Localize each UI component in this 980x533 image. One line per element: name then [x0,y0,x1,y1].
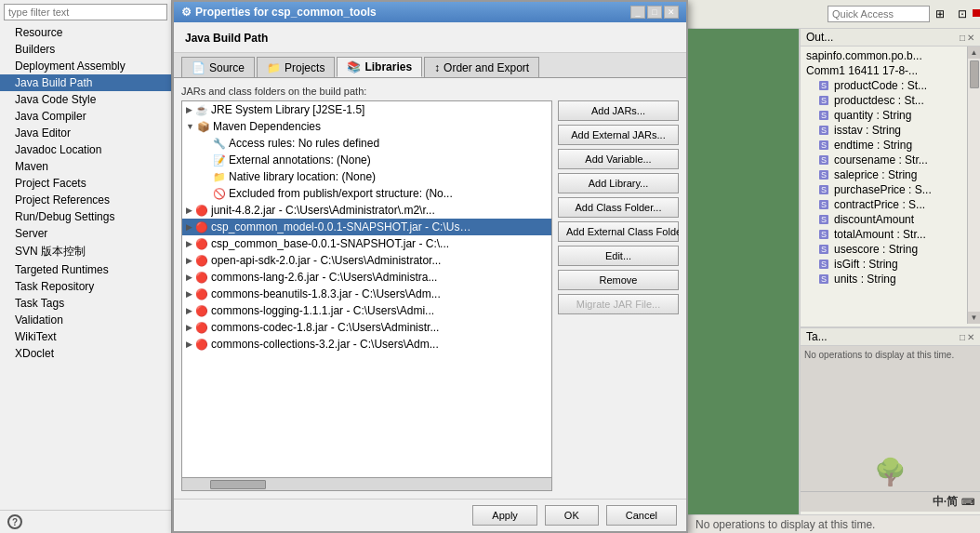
jar-item-2[interactable]: ▼📦Maven Dependencies [182,118,551,135]
tree-item-xdoclet[interactable]: XDoclet [0,345,171,362]
outline-item-7[interactable]: Scoursename : Str... [802,153,965,167]
outline-item-12[interactable]: StotalAmount : Str... [802,227,965,242]
jar-item-6[interactable]: 🚫Excluded from publish/export structure:… [182,185,551,202]
jar-list[interactable]: ▶☕JRE System Library [J2SE-1.5]▼📦Maven D… [182,101,551,477]
tree-item-project-references[interactable]: Project References [0,192,171,208]
add-external-jars-button[interactable]: Add External JARs... [558,125,679,145]
tree-item-svn-版本控制[interactable]: SVN 版本控制 [0,242,171,261]
tree-item-java-build-path[interactable]: Java Build Path [0,74,171,91]
jar-item-13[interactable]: ▶🔴commons-logging-1.1.1.jar - C:\Users\A… [182,302,551,319]
minimize-button[interactable]: _ [630,6,645,19]
outline-item-1[interactable]: Comm1 16411 17-8-... [802,63,965,78]
tree-item-server[interactable]: Server [0,225,171,242]
tree-item-validation[interactable]: Validation [0,312,171,328]
jar-item-1[interactable]: ▶☕JRE System Library [J2SE-1.5] [182,101,551,118]
outline-tree[interactable]: sapinfo.common.po.b...Comm1 16411 17-8-.… [801,47,967,324]
outline-item-5[interactable]: Sisstav : String [802,123,965,138]
jar-item-12[interactable]: ▶🔴commons-beanutils-1.8.3.jar - C:\Users… [182,286,551,302]
chinese-chars: 中·简 [933,494,958,510]
tasks-footer: 中·简 ⌨ [801,491,980,512]
outline-item-2[interactable]: SproductCode : St... [802,78,965,93]
jar-item-7[interactable]: ▶🔴junit-4.8.2.jar - C:\Users\Administrat… [182,202,551,219]
cancel-button[interactable]: Cancel [606,505,677,526]
help-icon[interactable]: ? [7,514,22,529]
tree-item-project-facets[interactable]: Project Facets [0,175,171,192]
tree-item-task-tags[interactable]: Task Tags [0,295,171,312]
outline-item-9[interactable]: SpurchasePrice : S... [802,182,965,197]
scroll-up-arrow[interactable]: ▲ [969,47,980,59]
properties-dialog: ⚙ Properties for csp_common_tools _ □ ✕ … [172,0,688,533]
tree-item-targeted-runtimes[interactable]: Targeted Runtimes [0,261,171,278]
jar-item-5[interactable]: 📁Native library location: (None) [182,168,551,185]
tab-order[interactable]: ↕Order and Export [424,57,539,77]
outline-item-10[interactable]: ScontractPrice : S... [802,197,965,212]
tasks-content: No operations to display at this time. 🌳… [801,346,980,512]
tree-item-java-code-style[interactable]: Java Code Style [0,91,171,108]
tree-item-maven[interactable]: Maven [0,158,171,175]
tasks-label: Ta... [806,330,828,343]
ok-button[interactable]: OK [545,505,599,526]
edit-button[interactable]: Edit... [558,246,679,266]
jar-item-9[interactable]: ▶🔴csp_common_base-0.0.1-SNAPSHOT.jar - C… [182,235,551,252]
jar-item-14[interactable]: ▶🔴commons-codec-1.8.jar - C:\Users\Admin… [182,319,551,336]
outline-scrollbar[interactable]: ▲ ▼ [967,47,980,324]
tree-item-javadoc-location[interactable]: Javadoc Location [0,141,171,158]
outline-item-6[interactable]: Sendtime : String [802,138,965,153]
tree-item-run/debug-settings[interactable]: Run/Debug Settings [0,208,171,225]
jar-label: commons-codec-1.8.jar - C:\Users\Adminis… [211,321,439,334]
remove-button[interactable]: Remove [558,270,679,290]
type-badge: S [819,200,828,209]
tree-item-wikitext[interactable]: WikiText [0,328,171,345]
tasks-close-button[interactable]: ✕ [967,332,974,342]
jar-item-15[interactable]: ▶🔴commons-collections-3.2.jar - C:\Users… [182,336,551,353]
tree-item-java-compiler[interactable]: Java Compiler [0,108,171,125]
tab-projects[interactable]: 📁Projects [257,57,335,77]
toolbar-icon-2[interactable]: ⊡ [952,4,973,24]
add-jars-button[interactable]: Add JARs... [558,100,679,121]
right-panel: ⊞ ⊡ Out... □ ✕ sapinfo.common.po.b...Com… [688,0,980,533]
right-side-panels: Out... □ ✕ sapinfo.common.po.b...Comm1 1… [799,29,980,514]
tree-list: ResourceBuildersDeployment AssemblyJava … [0,24,171,362]
add-library-button[interactable]: Add Library... [558,173,679,193]
outline-item-13[interactable]: Susescore : String [802,242,965,257]
toolbar-icon-1[interactable]: ⊞ [930,4,950,24]
tasks-minimize-button[interactable]: □ [960,332,965,342]
outline-item-0[interactable]: sapinfo.common.po.b... [802,48,965,63]
outline-item-14[interactable]: SisGift : String [802,257,965,272]
apply-button[interactable]: Apply [472,505,537,526]
outline-minimize-button[interactable]: □ [960,33,965,43]
horizontal-scrollbar[interactable] [182,477,551,490]
add-external-class-folder-button[interactable]: Add External Class Folder... [558,221,679,242]
close-button[interactable]: ✕ [664,6,679,19]
jar-icon: 🔴 [195,305,208,317]
outline-item-label: coursename : Str... [834,153,928,167]
jar-label: csp_common_base-0.0.1-SNAPSHOT.jar - C:\… [211,237,449,250]
tree-item-deployment-assembly[interactable]: Deployment Assembly [0,58,171,74]
outline-close-button[interactable]: ✕ [967,33,974,43]
outline-item-4[interactable]: Squantity : String [802,108,965,123]
migrate-jar-button[interactable]: Migrate JAR File... [558,294,679,314]
tasks-header-buttons: □ ✕ [960,332,974,342]
quick-access-input[interactable] [828,6,930,22]
tab-libraries[interactable]: 📚Libraries [337,57,422,77]
filter-input[interactable] [4,4,167,20]
expand-arrow: ▶ [186,289,192,299]
scroll-down-arrow[interactable]: ▼ [969,312,980,324]
maximize-button[interactable]: □ [647,6,662,19]
jar-item-4[interactable]: 📝External annotations: (None) [182,152,551,168]
outline-item-3[interactable]: Sproductdesc : St... [802,93,965,108]
tree-item-task-repository[interactable]: Task Repository [0,278,171,295]
jar-item-3[interactable]: 🔧Access rules: No rules defined [182,135,551,152]
add-variable-button[interactable]: Add Variable... [558,149,679,169]
jar-item-11[interactable]: ▶🔴commons-lang-2.6.jar - C:\Users\Admini… [182,269,551,286]
jar-item-8[interactable]: ▶🔴csp_common_model-0.0.1-SNAPSHOT.jar - … [182,219,551,235]
tree-item-java-editor[interactable]: Java Editor [0,125,171,141]
jar-item-10[interactable]: ▶🔴open-api-sdk-2.0.jar - C:\Users\Admini… [182,252,551,269]
tree-item-resource[interactable]: Resource [0,24,171,41]
tree-item-builders[interactable]: Builders [0,41,171,58]
outline-item-8[interactable]: Ssaleprice : String [802,167,965,182]
add-class-folder-button[interactable]: Add Class Folder... [558,197,679,218]
outline-item-11[interactable]: SdiscountAmount [802,212,965,227]
tab-source[interactable]: 📄Source [181,57,255,77]
outline-item-15[interactable]: Sunits : String [802,272,965,286]
